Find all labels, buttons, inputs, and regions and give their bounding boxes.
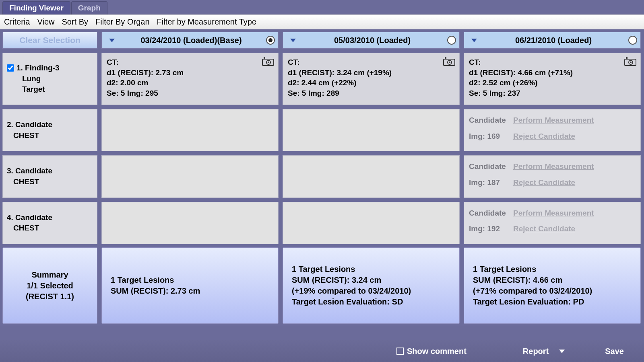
measurement-cell-r2c1[interactable] — [101, 109, 279, 151]
measurement-cell-r4c2[interactable] — [283, 202, 460, 244]
summary-row: Summary 1/1 Selected (RECIST 1.1) 1 Targ… — [0, 244, 644, 326]
menu-filter-organ[interactable]: Filter By Organ — [95, 17, 149, 27]
report-dropdown[interactable]: Report — [523, 347, 565, 356]
summary-cell-1: 1 Target Lesions SUM (RECIST): 2.73 cm — [101, 247, 279, 324]
menu-filter-measurement[interactable]: Filter by Measurement Type — [157, 17, 257, 27]
finding-row-label-4[interactable]: 4. Candidate CHEST — [2, 202, 97, 244]
summary-label-cell: Summary 1/1 Selected (RECIST 1.1) — [2, 247, 97, 324]
chevron-down-icon — [109, 39, 115, 42]
camera-icon[interactable] — [262, 57, 274, 66]
chevron-down-icon — [290, 39, 296, 42]
perform-measurement-link[interactable]: Perform Measurement — [513, 209, 594, 217]
measurement-cell-r1c1[interactable]: CT: d1 (RECIST): 2.73 cm d2: 2.00 cm Se:… — [101, 53, 279, 105]
perform-measurement-link[interactable]: Perform Measurement — [513, 162, 594, 171]
svg-point-6 — [449, 62, 450, 63]
finding-organ-1: Lung — [7, 74, 93, 84]
clear-selection-button[interactable]: Clear Selection — [2, 32, 97, 49]
timepoint-radio-2[interactable] — [447, 36, 456, 45]
measurement-cell-r3c1[interactable] — [101, 155, 279, 197]
finding-checkbox-1[interactable] — [7, 64, 14, 72]
measurement-cell-r2c2[interactable] — [283, 109, 460, 151]
finding-type-1: Target — [7, 84, 93, 95]
reject-candidate-link[interactable]: Reject Candidate — [513, 178, 575, 187]
finding-row-label-2[interactable]: 2. Candidate CHEST — [2, 109, 97, 151]
menu-view[interactable]: View — [37, 17, 54, 27]
timepoint-radio-1[interactable] — [266, 36, 275, 45]
measurement-cell-r3c2[interactable] — [283, 155, 460, 197]
toolbar: Criteria View Sort By Filter By Organ Fi… — [0, 14, 644, 29]
svg-point-10 — [630, 62, 632, 63]
camera-icon[interactable] — [443, 57, 455, 66]
menu-criteria[interactable]: Criteria — [4, 17, 30, 27]
timepoint-radio-3[interactable] — [628, 36, 637, 45]
tab-graph[interactable]: Graph — [71, 1, 107, 14]
timepoint-date-1: 03/24/2010 (Loaded)(Base) — [119, 36, 264, 45]
timepoint-date-3: 06/21/2010 (Loaded) — [481, 36, 626, 45]
save-button[interactable]: Save — [605, 347, 624, 356]
tab-bar: Finding Viewer Graph — [0, 0, 644, 14]
svg-rect-3 — [264, 57, 265, 60]
summary-cell-3: 1 Target Lesions SUM (RECIST): 4.66 cm (… — [464, 247, 641, 324]
timepoint-date-2: 05/03/2010 (Loaded) — [300, 36, 445, 45]
measurement-cell-r1c2[interactable]: CT: d1 (RECIST): 3.24 cm (+19%) d2: 2.44… — [283, 53, 460, 105]
svg-rect-7 — [445, 57, 446, 60]
reject-candidate-link[interactable]: Reject Candidate — [513, 224, 575, 233]
show-comment-toggle[interactable]: Show comment — [396, 347, 466, 356]
svg-point-2 — [268, 62, 269, 63]
measurement-cell-r4c1[interactable] — [101, 202, 279, 244]
candidate-cell-r2c3[interactable]: CandidatePerform Measurement Img: 169Rej… — [464, 109, 641, 151]
summary-cell-2: 1 Target Lesions SUM (RECIST): 3.24 cm (… — [283, 247, 460, 324]
camera-icon[interactable] — [624, 57, 636, 66]
bottom-bar: Show comment Report Save — [0, 340, 644, 362]
timepoint-header-3[interactable]: 06/21/2010 (Loaded) — [464, 32, 641, 49]
timepoint-header-2[interactable]: 05/03/2010 (Loaded) — [283, 32, 460, 49]
tab-finding-viewer[interactable]: Finding Viewer — [2, 1, 70, 14]
finding-row-label-1[interactable]: 1. Finding-3 Lung Target — [2, 53, 97, 105]
chevron-down-icon — [559, 350, 565, 353]
finding-row-label-3[interactable]: 3. Candidate CHEST — [2, 155, 97, 197]
candidate-cell-r3c3[interactable]: CandidatePerform Measurement Img: 187Rej… — [464, 155, 641, 197]
checkbox-icon[interactable] — [396, 348, 404, 355]
chevron-down-icon — [471, 39, 477, 42]
perform-measurement-link[interactable]: Perform Measurement — [513, 116, 594, 124]
measurement-cell-r1c3[interactable]: CT: d1 (RECIST): 4.66 cm (+71%) d2: 2.52… — [464, 53, 641, 105]
finding-name-1: 1. Finding-3 — [17, 63, 60, 74]
reject-candidate-link[interactable]: Reject Candidate — [513, 132, 575, 140]
menu-sortby[interactable]: Sort By — [62, 17, 88, 27]
timepoint-header-1[interactable]: 03/24/2010 (Loaded)(Base) — [101, 32, 279, 49]
svg-rect-11 — [626, 57, 627, 60]
candidate-cell-r4c3[interactable]: CandidatePerform Measurement Img: 192Rej… — [464, 202, 641, 244]
